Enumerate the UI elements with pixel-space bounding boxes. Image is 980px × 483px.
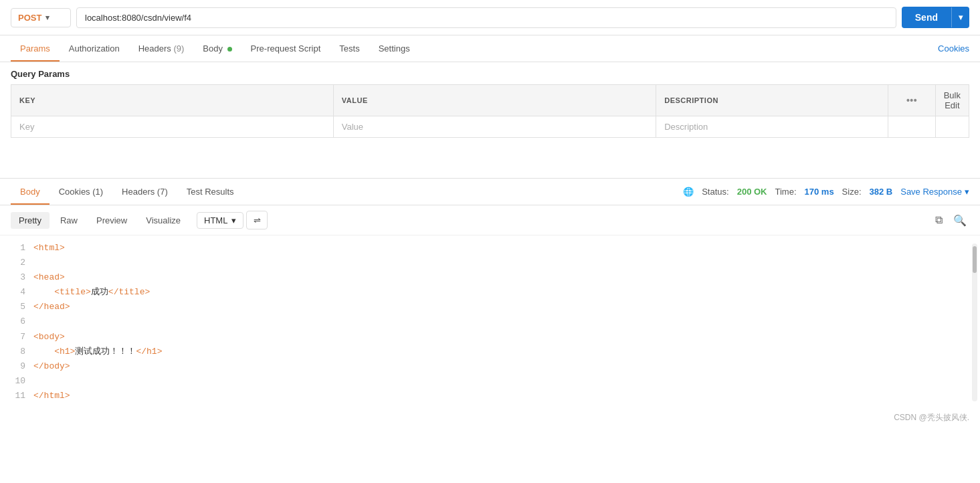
code-content: <html> <head> <title>成功</title> </head> … (33, 241, 969, 404)
res-tab-test-results[interactable]: Test Results (177, 179, 243, 205)
row-bulk (935, 116, 969, 138)
more-options-icon[interactable]: ••• (906, 95, 917, 106)
language-select[interactable]: HTML ▾ (197, 212, 243, 229)
code-line-11: </html> (33, 389, 956, 403)
col-header-value: VALUE (333, 85, 656, 116)
fmt-tab-pretty[interactable]: Pretty (11, 212, 50, 229)
tab-params[interactable]: Params (11, 35, 60, 62)
copy-icon: ⧉ (935, 214, 943, 225)
request-tabs: Params Authorization Headers (9) Body Pr… (0, 35, 980, 62)
url-input[interactable] (76, 7, 896, 28)
query-params-title: Query Params (11, 69, 969, 79)
time-value: 170 ms (805, 187, 834, 197)
globe-icon: 🌐 (683, 187, 694, 197)
tab-body[interactable]: Body (193, 35, 241, 62)
bulk-edit-button[interactable]: Bulk Edit (944, 90, 961, 110)
value-cell[interactable]: Value (333, 116, 656, 138)
size-label: Size: (842, 187, 862, 197)
code-line-5: </head> (33, 300, 956, 314)
table-row: Key Value Description (11, 116, 969, 138)
time-label: Time: (775, 187, 796, 197)
code-line-6 (33, 314, 956, 329)
tab-headers[interactable]: Headers (9) (129, 35, 194, 62)
method-select[interactable]: POST ▾ (11, 8, 71, 27)
col-header-description: DESCRIPTION (656, 85, 888, 116)
fmt-tab-raw[interactable]: Raw (52, 212, 86, 229)
code-line-2 (33, 256, 956, 270)
cookies-link[interactable]: Cookies (938, 43, 969, 54)
tab-pre-request[interactable]: Pre-request Script (241, 35, 330, 62)
wrap-button[interactable]: ⇌ (246, 211, 268, 229)
url-bar: POST ▾ Send ▾ (0, 0, 980, 35)
key-cell[interactable]: Key (11, 116, 334, 138)
params-table: KEY VALUE DESCRIPTION ••• Bulk Edit Key … (11, 84, 969, 138)
save-response-chevron-icon: ▾ (965, 187, 969, 197)
code-line-9: </body> (33, 359, 956, 374)
code-line-8: <h1>测试成功！！！</h1> (33, 345, 956, 359)
send-dropdown-icon[interactable]: ▾ (951, 7, 969, 27)
wrap-icon: ⇌ (254, 216, 261, 225)
res-tab-cookies[interactable]: Cookies (1) (50, 179, 112, 205)
row-actions (888, 116, 935, 138)
res-tab-headers[interactable]: Headers (7) (112, 179, 177, 205)
send-button[interactable]: Send ▾ (902, 7, 969, 28)
fmt-tab-preview[interactable]: Preview (88, 212, 135, 229)
send-label: Send (902, 7, 951, 28)
res-tab-body[interactable]: Body (11, 179, 50, 205)
format-bar: Pretty Raw Preview Visualize HTML ▾ ⇌ ⧉ … (0, 205, 980, 235)
tab-authorization[interactable]: Authorization (60, 35, 129, 62)
copy-button[interactable]: ⧉ (933, 211, 945, 229)
watermark: CSDN @秃头披风侠. (0, 409, 980, 426)
search-button[interactable]: 🔍 (951, 211, 969, 229)
status-value: 200 OK (737, 187, 767, 197)
tab-tests[interactable]: Tests (330, 35, 369, 62)
code-line-7: <body> (33, 330, 956, 345)
method-label: POST (18, 13, 41, 23)
status-area: 🌐 Status: 200 OK Time: 170 ms Size: 382 … (683, 187, 969, 197)
col-header-key: KEY (11, 85, 334, 116)
query-params-section: Query Params KEY VALUE DESCRIPTION ••• B… (0, 62, 980, 138)
response-section: Body Cookies (1) Headers (7) Test Result… (0, 179, 980, 409)
description-cell[interactable]: Description (656, 116, 888, 138)
response-tabs: Body Cookies (1) Headers (7) Test Result… (0, 179, 980, 205)
search-icon: 🔍 (953, 215, 967, 226)
save-response-button[interactable]: Save Response ▾ (900, 187, 969, 197)
code-area: 1 2 3 4 5 6 7 8 9 10 11 <html> <head> <t… (0, 235, 980, 409)
fmt-tab-visualize[interactable]: Visualize (138, 212, 189, 229)
lang-chevron-icon: ▾ (231, 215, 236, 225)
tab-settings[interactable]: Settings (369, 35, 419, 62)
bulk-edit-header: Bulk Edit (935, 85, 969, 116)
code-line-4: <title>成功</title> (33, 285, 956, 300)
chevron-down-icon: ▾ (45, 13, 50, 22)
code-line-3: <head> (33, 270, 956, 285)
size-value: 382 B (870, 187, 893, 197)
line-numbers: 1 2 3 4 5 6 7 8 9 10 11 (0, 241, 33, 404)
scrollbar[interactable] (972, 244, 977, 401)
scrollbar-thumb (973, 246, 977, 273)
col-header-actions: ••• (888, 85, 935, 116)
code-line-10 (33, 374, 956, 389)
code-line-1: <html> (33, 241, 956, 256)
status-label: Status: (702, 187, 728, 197)
